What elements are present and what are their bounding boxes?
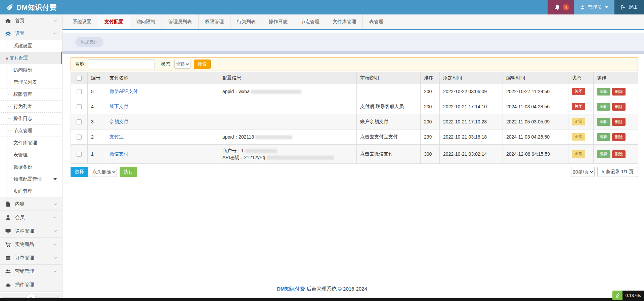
sidebar-item-access-limit[interactable]: 访问限制 <box>0 64 62 76</box>
trace-leaf-icon[interactable] <box>612 291 622 300</box>
tree-dash <box>7 82 11 82</box>
logout-button[interactable]: 退出 <box>614 0 644 14</box>
row-checkbox[interactable] <box>77 152 82 157</box>
chevron-down-icon <box>53 269 57 273</box>
payment-name-link[interactable]: 微信APP支付 <box>110 88 138 94</box>
tab-table-mgmt[interactable]: 表管理 <box>363 14 390 29</box>
col-header-config: 配置信息 <box>219 72 357 84</box>
monitor-icon <box>5 228 11 234</box>
edit-button[interactable]: 编辑 <box>597 150 610 158</box>
table-row: 2 支付宝 appid：202113 点击去支付宝支付 299 2022-10-… <box>71 129 638 145</box>
sidebar-item-label: 物流配置管理 <box>13 176 42 182</box>
sidebar-item-content[interactable]: 内容 <box>0 197 62 211</box>
footer-brand-link[interactable]: DM知识付费 <box>277 286 305 292</box>
page-footer: DM知识付费 后台管理系统 © 2016-2024 <box>0 286 644 292</box>
add-payment-button[interactable]: 添加支付 <box>75 37 103 47</box>
status-badge: 正常 <box>572 150 585 158</box>
sidebar-collapse-button[interactable]: « <box>27 293 36 298</box>
payment-name-link[interactable]: 支付宝 <box>110 134 124 139</box>
chevron-down-icon <box>53 202 57 206</box>
execute-button[interactable]: 执行 <box>120 167 137 177</box>
sidebar-item-filelib-mgmt[interactable]: 文件库管理 <box>0 137 62 149</box>
sidebar-item-behavior-list[interactable]: 行为列表 <box>0 101 62 113</box>
status-filter-select[interactable]: 全部 <box>174 60 190 69</box>
per-page-select[interactable]: 20条/页 <box>571 167 595 177</box>
sidebar-item-course-mgmt[interactable]: 课程管理 <box>0 224 62 238</box>
toolbar-divider <box>62 51 644 54</box>
edit-button[interactable]: 编辑 <box>597 118 610 126</box>
admin-label: 管理员 <box>588 4 602 10</box>
payments-table-wrap: 编号 支付名称 配置信息 前端说明 排序 添加时间 编辑时间 状态 操作 <box>71 72 638 164</box>
select-all-checkbox[interactable] <box>77 76 82 81</box>
sidebar-item-members[interactable]: 会员 <box>0 211 62 224</box>
payment-name-link[interactable]: 微信支付 <box>110 151 128 156</box>
tab-system-settings[interactable]: 系统设置 <box>66 14 98 29</box>
sidebar-item-settings[interactable]: 设置 <box>0 27 62 40</box>
notifications-button[interactable]: 4 <box>548 0 574 14</box>
users-icon <box>5 268 11 274</box>
tab-behavior-list[interactable]: 行为列表 <box>230 14 262 29</box>
row-checkbox[interactable] <box>77 104 82 109</box>
tab-label: 支付配置 <box>104 19 123 25</box>
delete-button[interactable]: 删除 <box>612 103 626 111</box>
bulk-action-select[interactable]: 永久删除 <box>91 167 117 177</box>
sidebar-item-admin-list[interactable]: 管理员列表 <box>0 76 62 88</box>
sidebar-item-label: 页面管理 <box>13 188 32 194</box>
col-header-id: 编号 <box>88 72 106 84</box>
name-filter-input[interactable] <box>88 60 155 69</box>
tab-operation-log[interactable]: 操作日志 <box>262 14 294 29</box>
tab-access-limit[interactable]: 访问限制 <box>130 14 162 29</box>
select-button[interactable]: 选择 <box>71 167 88 177</box>
search-button[interactable]: 搜索 <box>194 60 211 69</box>
tab-label: 行为列表 <box>237 19 256 25</box>
table-header-row: 编号 支付名称 配置信息 前端说明 排序 添加时间 编辑时间 状态 操作 <box>71 72 638 84</box>
tree-dash <box>7 118 11 119</box>
col-header-actions: 操作 <box>594 72 638 84</box>
delete-button[interactable]: 删除 <box>612 88 626 96</box>
edit-button[interactable]: 编辑 <box>597 103 610 111</box>
sidebar-item-label: 系统设置 <box>13 43 32 49</box>
pagination: 20条/页 5 条记录 1/1 页 <box>568 167 638 177</box>
sidebar-item-label: 课程管理 <box>15 228 34 234</box>
tab-filelib-mgmt[interactable]: 文件库管理 <box>326 14 363 29</box>
cart-icon <box>5 241 11 248</box>
tab-label: 操作日志 <box>269 19 288 25</box>
sidebar-item-label: 内容 <box>15 201 25 207</box>
tab-node-mgmt[interactable]: 节点管理 <box>294 14 326 29</box>
sidebar-item-data-backup[interactable]: 数据备份 <box>0 161 62 173</box>
sidebar-item-marketing-mgmt[interactable]: 营销管理 <box>0 265 62 278</box>
payment-name-link[interactable]: 线下支付 <box>110 104 128 109</box>
delete-button[interactable]: 删除 <box>612 133 626 141</box>
payment-name-link[interactable]: 余额支付 <box>110 119 128 124</box>
row-checkbox[interactable] <box>77 119 82 124</box>
sidebar-item-node-mgmt[interactable]: 节点管理 <box>0 125 62 137</box>
sidebar-item-table-mgmt[interactable]: 表管理 <box>0 149 62 161</box>
chevron-down-icon <box>53 242 57 247</box>
name-filter-label: 名称: <box>75 61 86 67</box>
edit-button[interactable]: 编辑 <box>597 133 610 141</box>
delete-button[interactable]: 删除 <box>612 150 626 158</box>
brand[interactable]: DM知识付费 <box>0 0 62 14</box>
sidebar-item-page-mgmt[interactable]: 页面管理 <box>0 185 62 197</box>
table-row: 4 线下支付 支付后,联系客服人员 200 2022-10-21 17:14:1… <box>71 99 638 114</box>
sidebar-item-logistics-config[interactable]: 物流配置管理 <box>0 173 62 185</box>
row-checkbox[interactable] <box>77 89 82 94</box>
tab-payment-config[interactable]: 支付配置 <box>98 14 130 29</box>
sidebar-item-home[interactable]: 首页 <box>0 14 62 27</box>
admin-menu-button[interactable]: 管理员 <box>574 0 614 14</box>
sidebar-item-payment-config[interactable]: »支付配置 <box>0 52 62 64</box>
edit-button[interactable]: 编辑 <box>597 88 610 96</box>
sidebar-item-operation-log[interactable]: 操作日志 <box>0 113 62 125</box>
tab-admin-list[interactable]: 管理员列表 <box>162 14 199 29</box>
sidebar-item-order-mgmt[interactable]: 订单管理 <box>0 251 62 265</box>
sidebar: 首页 设置 系统设置 »支付配置 访问限制 管理员列表 权限管理 行为列表 操作… <box>0 14 62 298</box>
gear-icon <box>5 31 11 37</box>
sidebar-item-system-settings[interactable]: 系统设置 <box>0 40 62 52</box>
tab-permission-mgmt[interactable]: 权限管理 <box>199 14 230 29</box>
row-checkbox[interactable] <box>77 135 82 140</box>
delete-button[interactable]: 删除 <box>612 118 626 126</box>
sidebar-item-physical-goods[interactable]: 实物商品 <box>0 238 62 251</box>
chevron-down-icon <box>53 215 57 220</box>
bell-icon <box>554 4 560 10</box>
sidebar-item-permission-mgmt[interactable]: 权限管理 <box>0 88 62 101</box>
